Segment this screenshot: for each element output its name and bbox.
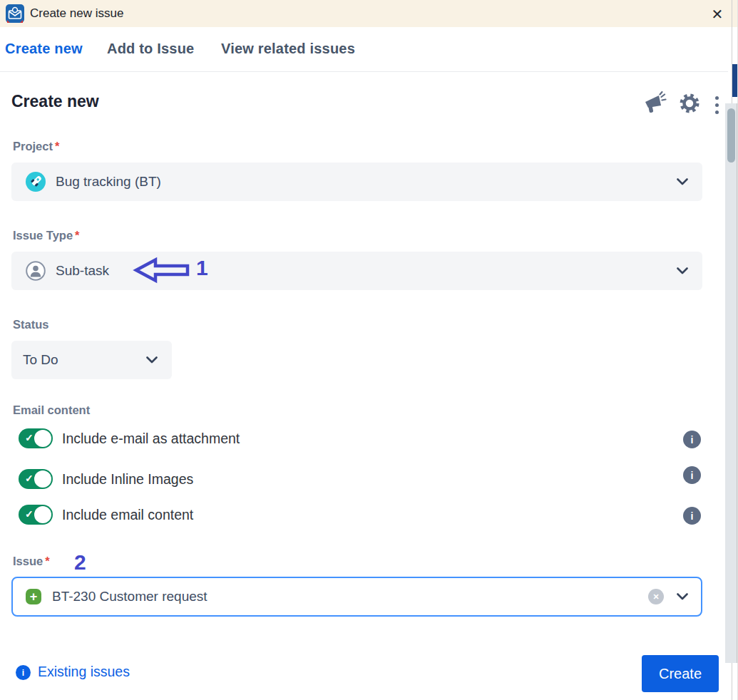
issue-type-value: Sub-task <box>56 263 109 279</box>
titlebar: Create new issue ✕ <box>0 0 738 27</box>
scrollbar-track[interactable] <box>725 103 737 663</box>
existing-issues-link[interactable]: Existing issues <box>38 664 130 680</box>
status-select[interactable]: To Do <box>11 341 172 379</box>
subtask-person-icon <box>26 261 46 281</box>
info-icon[interactable]: i <box>683 466 701 484</box>
toggle-label: Include email content <box>62 507 193 523</box>
info-icon-blue[interactable]: i <box>16 665 31 680</box>
project-avatar-rocket-icon <box>26 172 46 192</box>
settings-gear-icon[interactable] <box>678 92 701 115</box>
toggle-include-inline-images[interactable]: ✓ <box>19 469 53 489</box>
toggle-row-email-content: ✓ Include email content <box>19 504 193 525</box>
toggle-include-email-attachment[interactable]: ✓ <box>19 428 53 448</box>
info-icon[interactable]: i <box>683 431 701 448</box>
chevron-down-icon <box>677 593 688 600</box>
more-vertical-icon[interactable] <box>712 93 721 116</box>
status-label: Status <box>13 318 48 331</box>
project-select[interactable]: Bug tracking (BT) <box>11 163 702 201</box>
issue-type-label: Issue Type* <box>13 229 80 242</box>
create-issue-pane: Create new issue ✕ Create new Add to Iss… <box>0 0 738 700</box>
toggle-row-email-attachment: ✓ Include e-mail as attachment <box>19 428 240 449</box>
toggle-label: Include e-mail as attachment <box>62 431 240 447</box>
check-icon: ✓ <box>25 432 34 443</box>
toggle-knob <box>34 506 51 523</box>
app-mail-jira-icon <box>6 4 24 23</box>
tabs-divider <box>0 71 728 72</box>
issue-type-select[interactable]: Sub-task <box>11 252 702 290</box>
create-button[interactable]: Create <box>642 655 719 692</box>
chevron-down-icon <box>677 178 688 185</box>
clear-icon[interactable]: ✕ <box>648 589 664 604</box>
annotation-number-1: 1 <box>196 256 208 280</box>
required-asterisk: * <box>55 140 59 153</box>
email-content-label: Email content <box>13 403 90 417</box>
toggle-label: Include Inline Images <box>62 471 193 488</box>
chevron-down-icon <box>677 267 688 274</box>
tab-add-to-issue[interactable]: Add to Issue <box>107 41 194 57</box>
required-asterisk: * <box>75 229 79 242</box>
close-icon[interactable]: ✕ <box>707 4 728 25</box>
info-icon[interactable]: i <box>683 507 701 525</box>
announcement-icon[interactable] <box>642 91 667 115</box>
required-asterisk: * <box>45 555 49 567</box>
edge-accent-bar <box>732 64 737 97</box>
check-icon: ✓ <box>25 508 34 520</box>
project-label: Project* <box>13 140 59 153</box>
annotation-number-2: 2 <box>74 550 86 575</box>
annotation-arrow-left-icon <box>133 257 191 284</box>
check-icon: ✓ <box>25 473 34 484</box>
toggle-include-email-content[interactable]: ✓ <box>19 505 53 525</box>
window-title: Create new issue <box>30 0 123 27</box>
status-value: To Do <box>23 352 58 368</box>
page-title: Create new <box>11 92 99 111</box>
chevron-down-icon <box>146 356 158 364</box>
project-value: Bug tracking (BT) <box>56 174 161 190</box>
toggle-row-inline-images: ✓ Include Inline Images <box>19 468 193 490</box>
issue-combobox[interactable]: + BT-230 Customer request ✕ <box>11 577 702 617</box>
issue-label: Issue* <box>13 555 50 568</box>
tab-create-new[interactable]: Create new <box>5 41 83 57</box>
scrollbar-thumb[interactable] <box>727 108 735 163</box>
toggle-knob <box>34 470 51 488</box>
toggle-knob <box>34 430 51 447</box>
add-issue-plus-icon: + <box>26 589 41 604</box>
issue-value: BT-230 Customer request <box>52 589 207 604</box>
tab-view-related-issues[interactable]: View related issues <box>221 41 355 57</box>
